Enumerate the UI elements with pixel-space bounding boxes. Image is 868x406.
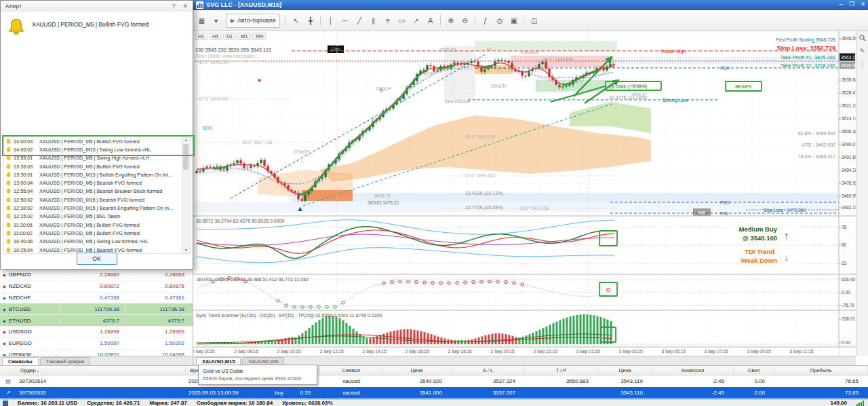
svg-text:TDI Trend: TDI Trend	[745, 248, 774, 255]
minimize-button[interactable]: ─	[839, 1, 843, 7]
connection-icon	[856, 401, 864, 406]
orders-header-ордер[interactable]: Ордер▴	[16, 366, 186, 375]
orders-header-символ[interactable]: Символ	[320, 366, 382, 375]
scroll-up-icon[interactable]: ▲	[184, 138, 188, 142]
status-level: Уровень: 6628.03%	[282, 400, 332, 406]
price-chart[interactable]: 100 3543.330 3539.955 3543.110Forex Stud…	[193, 31, 856, 356]
alert-list-item[interactable]: 12:15:02XAUUSD | PERIOD_M5 | BSL Taken	[4, 213, 182, 221]
help-button[interactable]: ?	[172, 3, 175, 10]
close-button[interactable]: ✕	[861, 1, 865, 7]
tooltip-symbol-name: Gold vs US Dollar	[203, 367, 313, 375]
dialog-close-button[interactable]: ✕	[182, 3, 188, 10]
timeframes-icon[interactable]: ◷	[493, 14, 506, 27]
svg-text:3 Sep 07:15: 3 Sep 07:15	[704, 349, 728, 354]
orders-header-цена[interactable]: Цена	[382, 366, 452, 375]
text-tool-icon[interactable]: A	[424, 14, 437, 27]
alert-list-item[interactable]: 11:30:05XAUUSD | PERIOD_M5 | Bullish FVG…	[4, 221, 182, 229]
pencil-icon[interactable]: ✎	[860, 48, 865, 54]
market-watch-row-usdsgd[interactable]: ◆USDSGD1.288981.28900	[0, 327, 193, 338]
order-row-397302614[interactable]: ▤3973026142025.09.03 13:buy0.35xauusd354…	[0, 375, 868, 387]
indicators-icon[interactable]: ƒ	[479, 14, 492, 27]
svg-text:45.0° 3509.159: 45.0° 3509.159	[465, 134, 496, 139]
orders-header-tp[interactable]: T / P	[525, 366, 598, 375]
scroll-thumb[interactable]	[183, 144, 189, 170]
tab-tick-chart[interactable]: Тиковый график	[40, 357, 90, 365]
autotrade-button[interactable]: ▶ Авто-торговля	[226, 14, 280, 28]
shapes-icon[interactable]: ▭	[395, 14, 408, 27]
timeframe-button-h1[interactable]: H1	[195, 33, 208, 40]
svg-text:↑: ↑	[784, 229, 789, 241]
market-watch-row-eursgd[interactable]: ◆EURSGD1.500971.50101	[0, 338, 193, 350]
alert-dialog-titlebar[interactable]: Алерт ? ✕	[1, 1, 193, 12]
ok-button[interactable]: OK	[77, 253, 117, 265]
timeframe-button-d1[interactable]: D1	[223, 33, 236, 40]
alert-list-item[interactable]: 13:35:03XAUUSD | PERIOD_M5 | Bullish FVG…	[4, 162, 182, 170]
new-chart-icon[interactable]: ▦	[195, 14, 208, 27]
symbol-direction-icon: ◆	[3, 329, 6, 334]
restore-button[interactable]: ❐	[849, 1, 854, 7]
order-row-397302632[interactable]: ↗3973026322025.09.03 13:00:59buy0.35xauu…	[0, 387, 868, 399]
status-margin: Маржа: 247.87	[149, 400, 187, 406]
horizontal-line-icon[interactable]: ─	[338, 14, 351, 27]
svg-text:3506.38: 3506.38	[842, 129, 856, 134]
tile-windows-icon[interactable]: ◫	[528, 14, 540, 27]
orders-header-цена[interactable]: Цена	[598, 366, 652, 375]
arrow-tool-icon[interactable]: ↗	[410, 14, 422, 27]
svg-text:Asia Killzone: Asia Killzone	[445, 99, 471, 104]
symbol-name: GBPNZD	[9, 272, 31, 278]
market-watch-row-ethusd[interactable]: ◆ETHUSD4376.74379.7	[0, 315, 193, 327]
orders-header-прибыль[interactable]: Прибыль	[774, 366, 868, 375]
alert-list-item[interactable]: 14:00:02XAUUSD | PERIOD_M15 | Swing Low …	[4, 145, 182, 153]
zoom-out-icon[interactable]: ⊖	[458, 14, 471, 27]
alert-list-item[interactable]: 13:55:01XAUUSD | PERIOD_M5 | Swing High …	[4, 154, 182, 162]
bell-icon	[5, 139, 12, 145]
market-watch-row-nzdcad[interactable]: ◆NZDCAD0.808720.80876	[0, 281, 193, 293]
bell-icon	[5, 213, 12, 219]
alert-list-item[interactable]: 11:00:02XAUUSD | PERIOD_M5 | Bullish FVG…	[4, 229, 182, 237]
svg-text:Stop Loss - 3470.360: Stop Loss - 3470.360	[764, 208, 806, 213]
alert-list-item[interactable]: 13:30:01XAUUSD | PERIOD_M15 | Bullish En…	[4, 170, 182, 179]
timeframe-button-mn[interactable]: MN	[252, 33, 267, 40]
scroll-down-icon[interactable]: ▼	[182, 247, 190, 253]
order-commission: -2.45	[652, 390, 734, 396]
crosshair-icon[interactable]: ╋	[304, 14, 317, 27]
orders-header-icon[interactable]	[0, 366, 16, 375]
svg-text:CHoCH: CHoCH	[294, 149, 310, 154]
cursor-icon[interactable]: ↖	[290, 14, 302, 27]
templates-icon[interactable]: ▣	[507, 14, 520, 27]
alert-list-scrollbar[interactable]: ▲ ▼	[182, 137, 190, 253]
alert-text: XAUUSD | PERIOD_M15 | Swing Low formed->…	[39, 147, 182, 153]
symbol-direction-icon: ◆	[3, 295, 6, 300]
alert-list-item[interactable]: 13:00:04XAUUSD | PERIOD_M5 | Bearish FVG…	[4, 179, 182, 187]
search-icon[interactable]	[859, 35, 866, 41]
zoom-in-icon[interactable]: ⊕	[444, 14, 457, 27]
alert-list-item[interactable]: 12:55:04XAUUSD | PERIOD_M5 | Bearish Bre…	[4, 187, 182, 196]
orders-header-sl[interactable]: S / L	[452, 366, 525, 375]
channel-icon[interactable]: ∥	[367, 14, 380, 27]
svg-text:19.419K (19.13%): 19.419K (19.13%)	[465, 191, 503, 196]
alert-list-item[interactable]: 12:30:02XAUUSD | PERIOD_M15 | Bearish En…	[4, 204, 182, 212]
timeframe-button-h4[interactable]: H4	[209, 33, 222, 40]
chart-dropdown-icon[interactable]: ▾	[210, 14, 222, 27]
svg-text:2 Sep 20:15: 2 Sep 20:15	[490, 349, 514, 354]
vertical-line-icon[interactable]: │	[324, 14, 337, 27]
market-watch-row-gbpnzd[interactable]: ◆GBPNZD2.286602.28669	[0, 270, 193, 281]
timeframe-button-w1[interactable]: W1	[237, 33, 252, 40]
orders-header-комиссия[interactable]: Комиссия	[652, 366, 734, 375]
market-watch-row-nzdchf[interactable]: ◆NZDCHF0.471580.47161	[0, 293, 193, 304]
alert-list-item[interactable]: 14:00:03XAUUSD | PERIOD_M5 | Bullish FVG…	[4, 137, 182, 145]
svg-text:Take Profit #2: 3228.191: Take Profit #2: 3228.191	[781, 62, 835, 69]
svg-text:Medium Buy: Medium Buy	[739, 225, 778, 233]
tab-symbols[interactable]: Символы	[2, 357, 39, 365]
alert-list-item[interactable]: 12:50:02XAUUSD | PERIOD_M15 | Bearish FV…	[4, 196, 182, 204]
fibonacci-icon[interactable]: ≡	[381, 14, 394, 27]
orders-header-своп[interactable]: Своп	[734, 366, 774, 375]
alert-list-item[interactable]: 10:40:06XAUUSD | PERIOD_M5 | Swing Low f…	[4, 238, 182, 246]
market-watch-row-btcusd[interactable]: ◆BTCUSD111709.38111736.38	[0, 303, 193, 315]
alert-history-list[interactable]: 14:00:03XAUUSD | PERIOD_M5 | Bullish FVG…	[3, 136, 191, 254]
svg-text:3535.84: 3535.84	[842, 77, 856, 82]
more-icon[interactable]: ⋮	[859, 60, 865, 67]
trendline-icon[interactable]: ╱	[353, 14, 366, 27]
status-bar: Баланс: 16 283.11 USD Средства: 16 428.7…	[0, 399, 868, 406]
svg-text:67.5° 3526.492: 67.5° 3526.492	[199, 96, 229, 101]
